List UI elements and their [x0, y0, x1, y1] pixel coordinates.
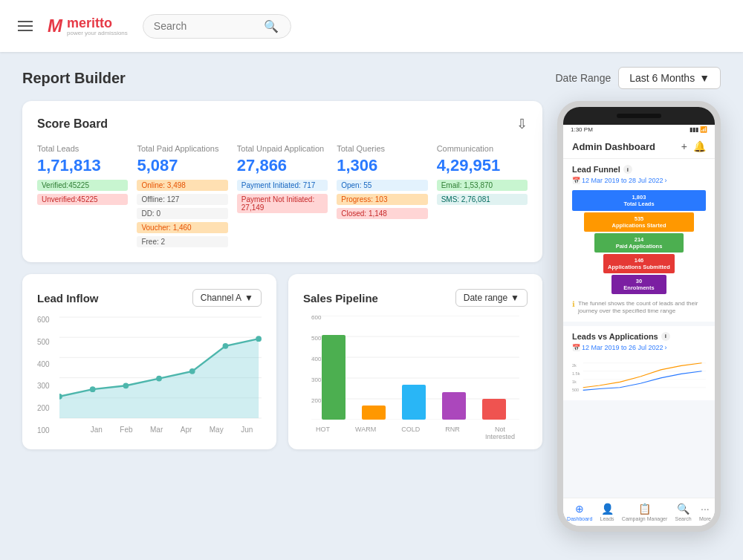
lead-inflow-filter[interactable]: Channel A ▼	[192, 289, 262, 307]
lead-inflow-header: Lead Inflow Channel A ▼	[37, 289, 262, 307]
dashboard-wrapper: Score Board ⇩ Total Leads1,71,813Verifie…	[22, 101, 721, 532]
metric-value-0: 1,71,813	[37, 156, 128, 175]
chevron-right-icon-2: ›	[665, 344, 667, 351]
tag-4-0: Email: 1,53,870	[437, 180, 528, 191]
more-icon: ···	[701, 503, 710, 515]
line-chart-svg	[59, 316, 262, 420]
chevron-down-icon: ▼	[510, 293, 519, 303]
phone-funnel-date: 📅 12 Mar 2019 to 28 Jul 2022 ›	[572, 177, 706, 184]
svg-rect-21	[362, 406, 386, 420]
metric-label-3: Total Queries	[337, 144, 427, 153]
funnel-level-3: 214 Paid Applications	[594, 233, 684, 253]
tag-0-1: Unverified:45225	[37, 194, 128, 205]
svg-point-10	[156, 376, 162, 382]
phone-bell-icon[interactable]: 🔔	[693, 140, 706, 152]
main-content: Report Builder Date Range Last 6 Months …	[0, 52, 743, 547]
logo-icon: M	[48, 16, 62, 36]
tag-1-0: Online: 3,498	[137, 180, 227, 191]
tag-0-0: Verified:45225	[37, 180, 128, 191]
phone-nav-leads[interactable]: 👤 Leads	[600, 503, 614, 521]
download-icon[interactable]: ⇩	[516, 116, 528, 132]
score-board-title: Score Board	[37, 117, 108, 131]
svg-point-13	[256, 336, 262, 342]
funnel-level-2: 535 Applications Started	[584, 212, 694, 232]
phone-nav-campaign[interactable]: 📋 Campaign Manager	[622, 503, 667, 521]
info-icon: i	[623, 165, 632, 174]
tag-1-3: Voucher: 1,460	[137, 222, 227, 233]
sales-pipeline-filter[interactable]: Date range ▼	[455, 289, 528, 307]
metric-tags-1: Online: 3,498Offline: 127DD: 0Voucher: 1…	[137, 180, 227, 247]
tag-3-1: Progress: 103	[337, 194, 427, 205]
logo-text: meritto	[67, 16, 128, 30]
svg-text:2k: 2k	[572, 363, 577, 368]
dashboard-left: Score Board ⇩ Total Leads1,71,813Verifie…	[22, 101, 542, 532]
date-range-value: Last 6 Months	[629, 72, 695, 84]
funnel-level-5: 30 Enrolments	[611, 275, 666, 294]
score-metrics: Total Leads1,71,813Verified:45225Unverif…	[37, 144, 528, 247]
bar-x-labels: HOTWARMCOLDRNRNotInterested	[303, 426, 528, 440]
bar-chart-svg: 600 500 400 300 200	[303, 316, 528, 420]
x-axis-labels: JanFebMarAprMayJun	[82, 426, 262, 434]
search-nav-icon: 🔍	[677, 503, 690, 515]
search-icon: 🔍	[264, 19, 279, 33]
logo-tagline: power your admissions	[67, 30, 128, 36]
metric-label-0: Total Leads	[37, 144, 128, 153]
phone-app-title: Admin Dashboard	[572, 141, 655, 152]
svg-rect-24	[482, 399, 506, 420]
phone-bottom-nav: ⊕ Dashboard 👤 Leads 📋 Campaign Manager 🔍…	[563, 498, 715, 526]
phone-nav-more[interactable]: ··· More	[699, 503, 711, 521]
score-board-header: Score Board ⇩	[37, 116, 528, 132]
hamburger-icon[interactable]	[18, 21, 33, 31]
date-range-button[interactable]: Last 6 Months ▼	[618, 67, 721, 89]
logo: M meritto power your admissions	[48, 16, 128, 36]
leads-icon: 👤	[601, 503, 614, 515]
funnel-container: 1,803 Total Leads 535 Applications Start…	[572, 190, 706, 294]
tag-1-2: DD: 0	[137, 208, 227, 219]
phone-notch-bar	[617, 114, 661, 118]
metric-label-1: Total Paid Applications	[137, 144, 227, 153]
leads-apps-chart: 2k 1.5k 1k 500	[572, 357, 706, 394]
metric-value-2: 27,866	[237, 156, 328, 175]
metric-col-1: Total Paid Applications5,087Online: 3,49…	[137, 144, 227, 247]
date-range-area: Date Range Last 6 Months ▼	[555, 67, 721, 89]
tag-3-0: Open: 55	[337, 180, 427, 191]
funnel-level-1: 1,803 Total Leads	[572, 190, 706, 211]
phone-battery: ▮▮▮ 📶	[690, 126, 707, 133]
phone-status-bar: 1:30 PM ▮▮▮ 📶	[563, 125, 715, 134]
phone-nav-search[interactable]: 🔍 Search	[675, 503, 692, 521]
tag-3-2: Closed: 1,148	[337, 208, 427, 219]
line-chart-area: 600500400300200100	[37, 316, 262, 434]
svg-text:200: 200	[311, 397, 322, 404]
svg-text:1k: 1k	[572, 380, 577, 384]
metric-value-3: 1,306	[337, 156, 427, 175]
funnel-level-4: 146 Applications Submitted	[603, 254, 675, 273]
svg-point-11	[189, 368, 195, 374]
line-chart-content: JanFebMarAprMayJun	[59, 316, 262, 434]
search-input[interactable]	[154, 20, 258, 32]
page-header: Report Builder Date Range Last 6 Months …	[22, 67, 721, 89]
metric-col-3: Total Queries1,306Open: 55Progress: 103C…	[337, 144, 427, 247]
campaign-icon: 📋	[638, 503, 651, 515]
y-axis-labels: 600500400300200100	[37, 316, 50, 434]
phone-nav-dashboard[interactable]: ⊕ Dashboard	[567, 503, 592, 521]
search-bar[interactable]: 🔍	[143, 14, 291, 39]
svg-text:300: 300	[311, 377, 322, 383]
metric-tags-2: Payment Initiated: 717Payment Not Initia…	[237, 180, 328, 213]
metric-label-4: Communication	[437, 144, 528, 153]
svg-text:400: 400	[311, 356, 322, 362]
info-icon-2: i	[661, 332, 670, 341]
phone-notch	[563, 107, 715, 125]
sales-pipeline-title: Sales Pipeline	[303, 292, 378, 305]
phone-add-icon[interactable]: +	[681, 140, 687, 152]
tag-2-0: Payment Initiated: 717	[237, 180, 328, 191]
calendar-icon: 📅	[572, 177, 580, 184]
chevron-down-icon: ▼	[699, 72, 710, 84]
lead-inflow-title: Lead Inflow	[37, 292, 99, 305]
phone-funnel-section: Lead Funnel i 📅 12 Mar 2019 to 28 Jul 20…	[563, 159, 715, 322]
tag-1-4: Free: 2	[137, 236, 227, 247]
svg-rect-23	[442, 392, 466, 420]
calendar-icon-2: 📅	[572, 344, 580, 351]
score-board: Score Board ⇩ Total Leads1,71,813Verifie…	[22, 101, 542, 262]
tag-2-1: Payment Not Initiated: 27,149	[237, 194, 328, 213]
chevron-down-icon: ▼	[244, 293, 253, 303]
